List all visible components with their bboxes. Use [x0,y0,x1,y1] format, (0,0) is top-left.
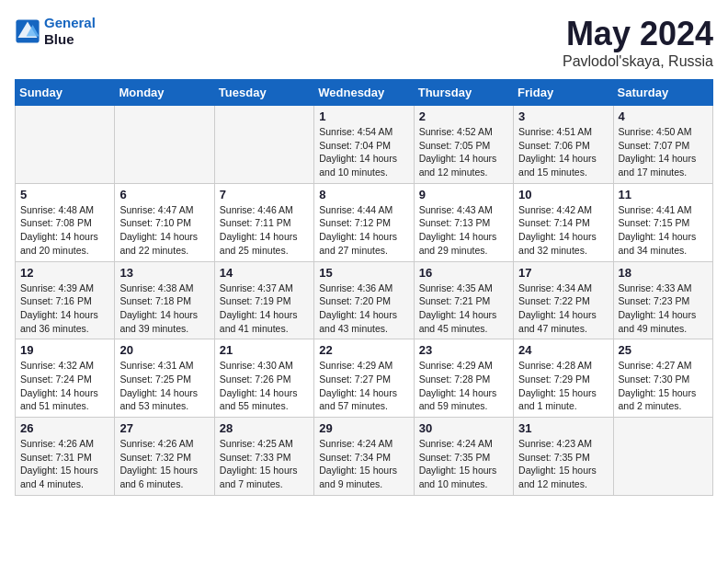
calendar-cell-w5-d5: 30Sunrise: 4:24 AMSunset: 7:35 PMDayligh… [414,418,513,496]
day-info: Sunrise: 4:48 AMSunset: 7:08 PMDaylight:… [20,203,109,258]
day-number: 6 [119,188,209,201]
day-number: 3 [518,109,608,123]
day-info: Sunrise: 4:24 AMSunset: 7:35 PMDaylight:… [419,437,508,491]
day-number: 14 [220,266,309,280]
calendar-cell-w2-d7: 11Sunrise: 4:41 AMSunset: 7:15 PMDayligh… [613,183,712,261]
day-number: 25 [619,343,708,357]
day-number: 13 [119,266,209,280]
day-info: Sunrise: 4:26 AMSunset: 7:31 PMDaylight:… [20,437,109,491]
day-info: Sunrise: 4:54 AMSunset: 7:04 PMDaylight:… [319,125,408,179]
calendar-cell-w4-d6: 24Sunrise: 4:28 AMSunset: 7:29 PMDayligh… [514,339,613,418]
day-info: Sunrise: 4:34 AMSunset: 7:22 PMDaylight:… [518,282,608,336]
day-number: 11 [619,188,708,201]
calendar-week-2: 5Sunrise: 4:48 AMSunset: 7:08 PMDaylight… [16,183,713,261]
calendar-cell-w1-d7: 4Sunrise: 4:50 AMSunset: 7:07 PMDaylight… [613,106,712,184]
day-info: Sunrise: 4:38 AMSunset: 7:18 PMDaylight:… [119,282,209,336]
calendar-cell-w2-d1: 5Sunrise: 4:48 AMSunset: 7:08 PMDaylight… [16,183,115,261]
logo-text: General Blue [44,15,96,48]
day-info: Sunrise: 4:52 AMSunset: 7:05 PMDaylight:… [419,125,508,179]
day-info: Sunrise: 4:43 AMSunset: 7:13 PMDaylight:… [419,203,508,258]
day-number: 29 [319,421,408,435]
day-info: Sunrise: 4:25 AMSunset: 7:33 PMDaylight:… [220,437,309,491]
day-info: Sunrise: 4:23 AMSunset: 7:35 PMDaylight:… [518,437,608,491]
calendar-cell-w1-d2 [115,106,214,184]
day-info: Sunrise: 4:46 AMSunset: 7:11 PMDaylight:… [220,203,309,258]
calendar-cell-w4-d2: 20Sunrise: 4:31 AMSunset: 7:25 PMDayligh… [115,339,214,418]
col-saturday: Saturday [613,80,712,106]
day-number: 28 [220,421,309,435]
day-info: Sunrise: 4:44 AMSunset: 7:12 PMDaylight:… [319,203,408,258]
day-number: 8 [319,188,408,201]
day-number: 5 [20,188,109,201]
col-friday: Friday [514,80,613,106]
calendar-cell-w4-d5: 23Sunrise: 4:29 AMSunset: 7:28 PMDayligh… [414,339,513,418]
day-number: 4 [619,109,708,123]
day-number: 21 [220,343,309,357]
day-info: Sunrise: 4:47 AMSunset: 7:10 PMDaylight:… [119,203,209,258]
calendar-cell-w5-d2: 27Sunrise: 4:26 AMSunset: 7:32 PMDayligh… [115,418,214,496]
title-area: May 2024 Pavlodol'skaya, Russia [563,15,713,70]
day-info: Sunrise: 4:26 AMSunset: 7:32 PMDaylight:… [119,437,209,491]
day-number: 23 [419,343,508,357]
day-number: 12 [20,266,109,280]
calendar-cell-w3-d3: 14Sunrise: 4:37 AMSunset: 7:19 PMDayligh… [214,261,313,339]
calendar-cell-w3-d7: 18Sunrise: 4:33 AMSunset: 7:23 PMDayligh… [613,261,712,339]
col-tuesday: Tuesday [214,80,313,106]
calendar-cell-w1-d6: 3Sunrise: 4:51 AMSunset: 7:06 PMDaylight… [514,106,613,184]
day-info: Sunrise: 4:32 AMSunset: 7:24 PMDaylight:… [20,359,109,413]
calendar-week-1: 1Sunrise: 4:54 AMSunset: 7:04 PMDaylight… [16,106,713,184]
day-number: 19 [20,343,109,357]
day-number: 2 [419,109,508,123]
calendar-cell-w1-d5: 2Sunrise: 4:52 AMSunset: 7:05 PMDaylight… [414,106,513,184]
calendar-week-3: 12Sunrise: 4:39 AMSunset: 7:16 PMDayligh… [16,261,713,339]
calendar-cell-w4-d7: 25Sunrise: 4:27 AMSunset: 7:30 PMDayligh… [613,339,712,418]
calendar-week-4: 19Sunrise: 4:32 AMSunset: 7:24 PMDayligh… [16,339,713,418]
subtitle: Pavlodol'skaya, Russia [563,53,713,70]
day-info: Sunrise: 4:37 AMSunset: 7:19 PMDaylight:… [220,282,309,336]
day-info: Sunrise: 4:33 AMSunset: 7:23 PMDaylight:… [619,282,708,336]
calendar-cell-w3-d6: 17Sunrise: 4:34 AMSunset: 7:22 PMDayligh… [514,261,613,339]
day-number: 16 [419,266,508,280]
day-info: Sunrise: 4:35 AMSunset: 7:21 PMDaylight:… [419,282,508,336]
calendar-cell-w4-d3: 21Sunrise: 4:30 AMSunset: 7:26 PMDayligh… [214,339,313,418]
calendar-cell-w4-d4: 22Sunrise: 4:29 AMSunset: 7:27 PMDayligh… [314,339,414,418]
day-info: Sunrise: 4:50 AMSunset: 7:07 PMDaylight:… [619,125,708,179]
logo: General Blue [15,15,96,48]
day-info: Sunrise: 4:42 AMSunset: 7:14 PMDaylight:… [518,203,608,258]
day-info: Sunrise: 4:29 AMSunset: 7:27 PMDaylight:… [319,359,408,413]
day-info: Sunrise: 4:36 AMSunset: 7:20 PMDaylight:… [319,282,408,336]
day-number: 26 [20,421,109,435]
calendar-cell-w5-d3: 28Sunrise: 4:25 AMSunset: 7:33 PMDayligh… [214,418,313,496]
day-info: Sunrise: 4:41 AMSunset: 7:15 PMDaylight:… [619,203,708,258]
day-number: 20 [119,343,209,357]
day-number: 7 [220,188,309,201]
calendar-cell-w5-d1: 26Sunrise: 4:26 AMSunset: 7:31 PMDayligh… [16,418,115,496]
day-number: 1 [319,109,408,123]
calendar-cell-w1-d4: 1Sunrise: 4:54 AMSunset: 7:04 PMDaylight… [314,106,414,184]
calendar-cell-w5-d4: 29Sunrise: 4:24 AMSunset: 7:34 PMDayligh… [314,418,414,496]
day-number: 31 [518,421,608,435]
day-number: 27 [119,421,209,435]
day-number: 17 [518,266,608,280]
header: General Blue May 2024 Pavlodol'skaya, Ru… [15,15,713,70]
col-thursday: Thursday [414,80,513,106]
calendar-cell-w5-d7 [613,418,712,496]
day-info: Sunrise: 4:30 AMSunset: 7:26 PMDaylight:… [220,359,309,413]
calendar-cell-w2-d4: 8Sunrise: 4:44 AMSunset: 7:12 PMDaylight… [314,183,414,261]
calendar-cell-w3-d4: 15Sunrise: 4:36 AMSunset: 7:20 PMDayligh… [314,261,414,339]
calendar-cell-w2-d6: 10Sunrise: 4:42 AMSunset: 7:14 PMDayligh… [514,183,613,261]
calendar-cell-w2-d2: 6Sunrise: 4:47 AMSunset: 7:10 PMDaylight… [115,183,214,261]
day-number: 30 [419,421,508,435]
day-number: 22 [319,343,408,357]
day-number: 24 [518,343,608,357]
day-number: 18 [619,266,708,280]
day-number: 15 [319,266,408,280]
day-number: 9 [419,188,508,201]
day-info: Sunrise: 4:28 AMSunset: 7:29 PMDaylight:… [518,359,608,413]
calendar-cell-w2-d3: 7Sunrise: 4:46 AMSunset: 7:11 PMDaylight… [214,183,313,261]
day-info: Sunrise: 4:29 AMSunset: 7:28 PMDaylight:… [419,359,508,413]
day-info: Sunrise: 4:27 AMSunset: 7:30 PMDaylight:… [619,359,708,413]
col-sunday: Sunday [16,80,115,106]
day-number: 10 [518,188,608,201]
calendar-header-row: Sunday Monday Tuesday Wednesday Thursday… [16,80,713,106]
